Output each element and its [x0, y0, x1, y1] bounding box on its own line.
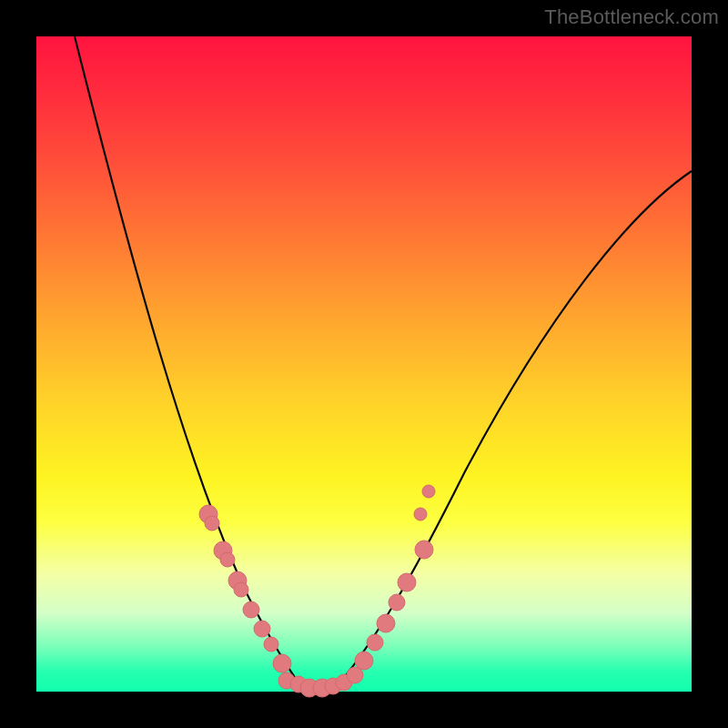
markers-group	[199, 485, 435, 697]
left-curve	[75, 36, 305, 692]
data-marker	[254, 621, 270, 637]
data-marker	[264, 637, 278, 652]
data-marker	[234, 582, 248, 597]
data-marker	[414, 508, 427, 521]
data-marker	[415, 541, 433, 559]
watermark-text: TheBottleneck.com	[544, 5, 719, 29]
data-marker	[377, 614, 395, 632]
plot-area	[36, 36, 692, 692]
chart-frame: TheBottleneck.com	[0, 0, 728, 728]
data-marker	[398, 573, 416, 592]
data-marker	[273, 654, 291, 672]
data-marker	[422, 485, 435, 498]
chart-svg	[36, 36, 692, 692]
data-marker	[367, 634, 383, 651]
data-marker	[243, 602, 259, 618]
data-marker	[205, 516, 219, 531]
data-marker	[355, 652, 373, 670]
data-marker	[220, 552, 235, 567]
right-curve	[332, 171, 692, 692]
data-marker	[389, 594, 405, 611]
